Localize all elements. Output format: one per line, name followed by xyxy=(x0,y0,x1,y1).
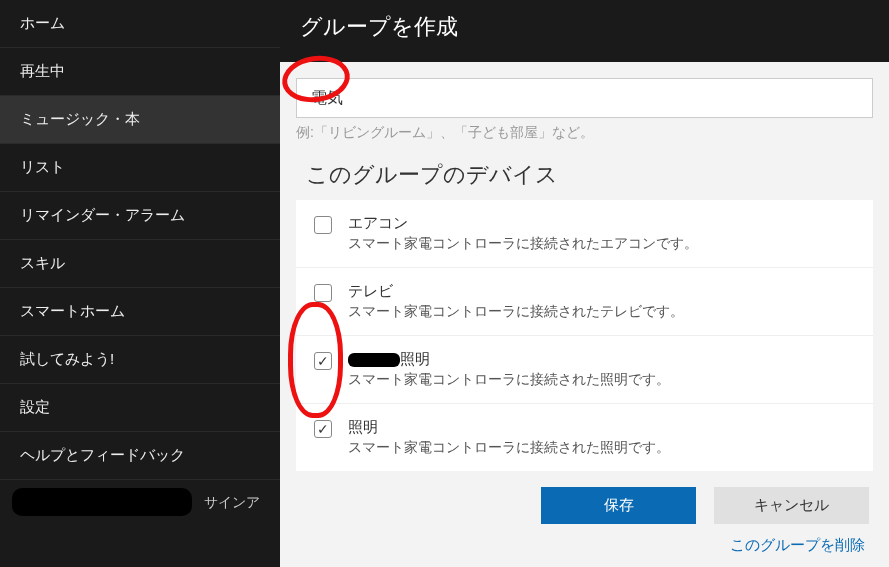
delete-group-link[interactable]: このグループを削除 xyxy=(730,536,865,553)
sidebar-item-lists[interactable]: リスト xyxy=(0,144,280,192)
group-name-help: 例:「リビングルーム」、「子ども部屋」など。 xyxy=(296,124,873,142)
sidebar-item-music-books[interactable]: ミュージック・本 xyxy=(0,96,280,144)
sidebar-item-label: 設定 xyxy=(20,398,50,415)
device-checkbox[interactable] xyxy=(314,420,332,438)
devices-section-title: このグループのデバイス xyxy=(296,160,873,190)
device-name: エアコン xyxy=(348,214,855,233)
sidebar-item-label: ホーム xyxy=(20,14,65,31)
signin-label: サインア xyxy=(204,494,260,510)
device-name: 照明 xyxy=(348,350,855,369)
save-button[interactable]: 保存 xyxy=(541,487,696,524)
sidebar-signin[interactable]: サインア xyxy=(0,480,280,526)
content: 例:「リビングルーム」、「子ども部屋」など。 このグループのデバイス エアコン … xyxy=(280,62,889,475)
device-row[interactable]: テレビ スマート家電コントローラに接続されたテレビです。 xyxy=(296,268,873,336)
device-info: 照明 スマート家電コントローラに接続された照明です。 xyxy=(348,350,855,389)
main: グループを作成 例:「リビングルーム」、「子ども部屋」など。 このグループのデバ… xyxy=(280,0,889,567)
device-desc: スマート家電コントローラに接続されたテレビです。 xyxy=(348,303,855,321)
redaction-scribble xyxy=(12,488,192,516)
device-name: 照明 xyxy=(348,418,855,437)
footer: 保存 キャンセル xyxy=(280,475,889,530)
sidebar-item-label: リマインダー・アラーム xyxy=(20,206,185,223)
sidebar-item-label: スマートホーム xyxy=(20,302,125,319)
sidebar-item-smarthome[interactable]: スマートホーム xyxy=(0,288,280,336)
sidebar-item-skills[interactable]: スキル xyxy=(0,240,280,288)
sidebar-item-try[interactable]: 試してみよう! xyxy=(0,336,280,384)
sidebar-item-label: 試してみよう! xyxy=(20,350,114,367)
device-checkbox[interactable] xyxy=(314,216,332,234)
device-row[interactable]: 照明 スマート家電コントローラに接続された照明です。 xyxy=(296,404,873,471)
sidebar: ホーム 再生中 ミュージック・本 リスト リマインダー・アラーム スキル スマー… xyxy=(0,0,280,567)
device-desc: スマート家電コントローラに接続された照明です。 xyxy=(348,371,855,389)
device-info: 照明 スマート家電コントローラに接続された照明です。 xyxy=(348,418,855,457)
device-info: テレビ スマート家電コントローラに接続されたテレビです。 xyxy=(348,282,855,321)
sidebar-item-settings[interactable]: 設定 xyxy=(0,384,280,432)
device-checkbox[interactable] xyxy=(314,284,332,302)
sidebar-item-label: スキル xyxy=(20,254,65,271)
device-row[interactable]: 照明 スマート家電コントローラに接続された照明です。 xyxy=(296,336,873,404)
sidebar-item-help[interactable]: ヘルプとフィードバック xyxy=(0,432,280,480)
device-row[interactable]: エアコン スマート家電コントローラに接続されたエアコンです。 xyxy=(296,200,873,268)
sidebar-item-label: ヘルプとフィードバック xyxy=(20,446,185,463)
device-checkbox[interactable] xyxy=(314,352,332,370)
cancel-button[interactable]: キャンセル xyxy=(714,487,869,524)
device-desc: スマート家電コントローラに接続された照明です。 xyxy=(348,439,855,457)
page-title: グループを作成 xyxy=(300,14,458,39)
device-name: テレビ xyxy=(348,282,855,301)
delete-link-row: このグループを削除 xyxy=(280,530,889,567)
group-name-input[interactable] xyxy=(296,78,873,118)
device-desc: スマート家電コントローラに接続されたエアコンです。 xyxy=(348,235,855,253)
sidebar-item-label: ミュージック・本 xyxy=(20,110,140,127)
sidebar-item-reminders[interactable]: リマインダー・アラーム xyxy=(0,192,280,240)
redaction-scribble xyxy=(348,353,400,367)
sidebar-item-nowplaying[interactable]: 再生中 xyxy=(0,48,280,96)
sidebar-item-label: リスト xyxy=(20,158,65,175)
device-info: エアコン スマート家電コントローラに接続されたエアコンです。 xyxy=(348,214,855,253)
sidebar-item-label: 再生中 xyxy=(20,62,65,79)
device-list: エアコン スマート家電コントローラに接続されたエアコンです。 テレビ スマート家… xyxy=(296,200,873,471)
header-bar: グループを作成 xyxy=(280,0,889,62)
sidebar-item-home[interactable]: ホーム xyxy=(0,0,280,48)
